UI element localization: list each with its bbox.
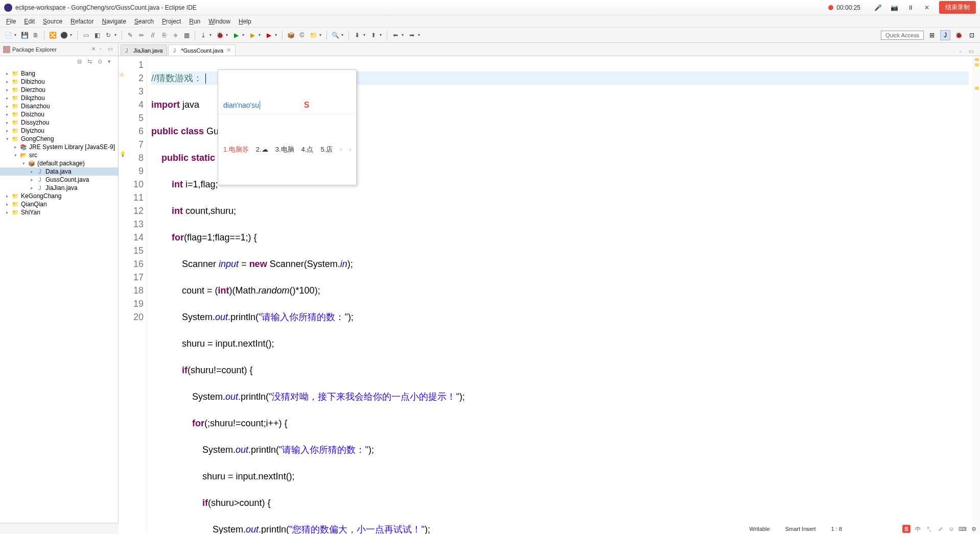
tree-arrow-icon[interactable]: ▸ <box>28 169 36 174</box>
search2-icon[interactable]: 🔍 <box>330 30 340 40</box>
skip-icon[interactable]: ⤓ <box>198 30 208 40</box>
new-icon[interactable]: 📄 <box>3 30 13 40</box>
end-record-button[interactable]: 结束录制 <box>939 1 976 14</box>
tree-arrow-icon[interactable]: ▸ <box>28 185 36 190</box>
tree-arrow-icon[interactable]: ▸ <box>3 104 11 109</box>
ime-candidate[interactable]: 1.电脑苏 <box>223 143 249 156</box>
ime-candidate[interactable]: 2.☁ <box>256 143 268 156</box>
tree-item[interactable]: ▸📁Disizhou <box>0 110 118 118</box>
editor-body[interactable]: ⚠ 💡 1234567891011121314151617181920 //猜数… <box>119 56 980 534</box>
tree-item[interactable]: ▸📁Disanzhou <box>0 102 118 110</box>
ruler-marker-icon[interactable] <box>975 63 979 66</box>
tree-arrow-icon[interactable]: ▸ <box>3 120 11 125</box>
tree-arrow-icon[interactable]: ▸ <box>3 112 11 117</box>
ruler-marker-icon[interactable] <box>975 87 979 90</box>
open-type-icon[interactable]: ▭ <box>81 30 91 40</box>
wand-icon[interactable]: ✎ <box>125 30 135 40</box>
ime-candidates[interactable]: 1.电脑苏 2.☁ 3.电脑 4.点 5.店 ‹ › <box>218 141 356 158</box>
menu-window[interactable]: Window <box>204 16 235 27</box>
lightbulb-marker-icon[interactable]: 💡 <box>120 151 126 157</box>
menu-search[interactable]: Search <box>130 16 158 27</box>
camera-icon[interactable]: 📷 <box>887 2 901 13</box>
format-icon[interactable]: ⎘ <box>159 30 169 40</box>
view-menu-icon[interactable]: ▾ <box>108 58 115 65</box>
pause-icon[interactable]: ⏸ <box>903 2 918 13</box>
tree-arrow-icon[interactable]: ▸ <box>3 202 11 207</box>
menu-navigate[interactable]: Navigate <box>98 16 130 27</box>
ime-next-icon[interactable]: › <box>349 143 351 156</box>
sogou-tray-icon[interactable]: S <box>902 525 911 533</box>
switch-icon[interactable]: 🔀 <box>48 30 58 40</box>
open-perspective-icon[interactable]: ⊞ <box>927 30 937 40</box>
editor-min-icon[interactable]: ▫ <box>960 48 967 56</box>
back-icon[interactable]: ⬅ <box>390 30 401 40</box>
ime-popup[interactable]: dian'nao'su S 1.电脑苏 2.☁ 3.电脑 4.点 5.店 ‹ › <box>218 69 357 185</box>
new-class-icon[interactable]: © <box>297 30 307 40</box>
ime-width-icon[interactable]: ⤢ <box>936 525 944 533</box>
build-icon[interactable]: ⚫ <box>59 30 69 40</box>
tree-arrow-icon[interactable]: ▸ <box>11 144 19 150</box>
next-ann-icon[interactable]: ⬇ <box>352 30 362 40</box>
tree-item[interactable]: ▾📦(default package) <box>0 159 118 167</box>
tree-item[interactable]: ▸📁Dilqzhou <box>0 94 118 102</box>
ime-keyboard-icon[interactable]: ⌨ <box>959 525 967 533</box>
menu-project[interactable]: Project <box>158 16 185 27</box>
tree-item[interactable]: ▸📁Dibizhou <box>0 78 118 86</box>
stop-icon[interactable]: ✕ <box>920 2 934 13</box>
menu-source[interactable]: Source <box>39 16 66 27</box>
mic-icon[interactable]: 🎤 <box>871 2 885 13</box>
tree-item[interactable]: ▾📂src <box>0 151 118 159</box>
new-pkg-icon[interactable]: 📦 <box>286 30 296 40</box>
code-area[interactable]: //猜数游戏： import java public class GussCou… <box>147 56 973 534</box>
tree-arrow-icon[interactable]: ▸ <box>3 71 11 76</box>
highlight-icon[interactable]: ✏ <box>136 30 147 40</box>
menu-file[interactable]: File <box>2 16 20 27</box>
tree-item[interactable]: ▸📁Dierzhou <box>0 86 118 94</box>
warning-marker-icon[interactable]: ⚠ <box>120 71 126 78</box>
prev-ann-icon[interactable]: ⬆ <box>368 30 379 40</box>
run-icon[interactable]: ▶ <box>231 30 241 40</box>
ime-candidate[interactable]: 5.店 <box>320 143 333 156</box>
ime-mode-icon[interactable]: 中 <box>914 525 922 533</box>
tree-arrow-icon[interactable]: ▸ <box>3 128 11 133</box>
tab-close-icon[interactable]: ✕ <box>226 47 231 54</box>
block-icon[interactable]: ▦ <box>181 30 192 40</box>
ime-tools-icon[interactable]: ⚙ <box>970 525 978 533</box>
tree-arrow-icon[interactable]: ▸ <box>28 177 36 182</box>
tree-arrow-icon[interactable]: ▾ <box>11 153 19 158</box>
tree-item[interactable]: ▾📁GongCheng <box>0 135 118 143</box>
overview-ruler[interactable] <box>973 56 980 534</box>
tree-item[interactable]: ▸📁Bang <box>0 69 118 78</box>
ime-prev-icon[interactable]: ‹ <box>340 143 342 156</box>
debug-icon[interactable]: 🐞 <box>215 30 225 40</box>
editor-tab-jiajian[interactable]: J JiaJian.java <box>121 44 167 56</box>
coverage-icon[interactable]: ▶ <box>247 30 258 40</box>
tree-arrow-icon[interactable]: ▸ <box>3 193 11 199</box>
tree-item[interactable]: ▸📁ShiYan <box>0 208 118 216</box>
menu-refactor[interactable]: Refactor <box>66 16 98 27</box>
organize-icon[interactable]: ⎆ <box>170 30 180 40</box>
tree-item[interactable]: ▸📁KeGongChang <box>0 192 118 200</box>
tree-item[interactable]: ▸📁Dissyzhou <box>0 118 118 127</box>
ime-punct-icon[interactable]: °, <box>925 525 933 533</box>
resource-perspective-icon[interactable]: ⊡ <box>967 30 977 40</box>
package-tree[interactable]: ▸📁Bang▸📁Dibizhou▸📁Dierzhou▸📁Dilqzhou▸📁Di… <box>0 67 118 523</box>
tree-arrow-icon[interactable]: ▾ <box>3 136 11 141</box>
editor-tab-gusscount[interactable]: J *GussCount.java ✕ <box>168 44 236 56</box>
link-editor-icon[interactable]: ⇆ <box>87 58 95 65</box>
focus-icon[interactable]: ⊙ <box>98 58 105 65</box>
new-folder-icon[interactable]: 📁 <box>308 30 318 40</box>
view-min-icon[interactable]: ▫ <box>100 46 107 53</box>
tree-arrow-icon[interactable]: ▸ <box>3 95 11 101</box>
ime-emoji-icon[interactable]: ☺ <box>947 525 955 533</box>
tree-item[interactable]: ▸JData.java <box>0 167 118 176</box>
ime-candidate[interactable]: 3.电脑 <box>275 143 294 156</box>
tree-arrow-icon[interactable]: ▸ <box>3 79 11 84</box>
editor-max-icon[interactable]: ▭ <box>969 48 976 56</box>
debug-perspective-icon[interactable]: 🐞 <box>953 30 964 40</box>
tree-arrow-icon[interactable]: ▸ <box>3 87 11 92</box>
tree-item[interactable]: ▸📁QianQian <box>0 200 118 208</box>
ruler-marker-icon[interactable] <box>975 58 979 61</box>
menu-run[interactable]: Run <box>185 16 204 27</box>
refresh-icon[interactable]: ↻ <box>103 30 113 40</box>
